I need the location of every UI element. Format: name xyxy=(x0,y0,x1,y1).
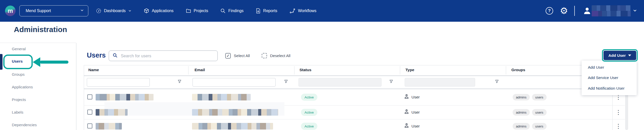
email-filter-input[interactable] xyxy=(193,78,276,87)
magnifier-icon xyxy=(220,8,226,14)
sidebar-item-applications[interactable]: Applications xyxy=(12,85,33,89)
nav-label: Reports xyxy=(263,9,277,13)
column-header-status[interactable]: Status xyxy=(299,68,311,72)
sidebar-item-projects[interactable]: Projects xyxy=(12,97,26,102)
email-redacted xyxy=(192,94,251,100)
table-header-row: Name Email Status Type Groups xyxy=(84,65,625,75)
caret-down-icon xyxy=(628,55,631,56)
column-separator xyxy=(188,66,188,74)
name-redacted xyxy=(96,109,128,116)
cube-icon xyxy=(144,8,149,14)
user-avatar-icon[interactable] xyxy=(583,7,591,16)
name-redacted xyxy=(96,94,154,100)
row-checkbox[interactable] xyxy=(87,123,92,128)
nav-label: Findings xyxy=(228,9,243,13)
nav-item-applications[interactable]: Applications xyxy=(144,8,173,14)
mend-logo[interactable]: m xyxy=(5,6,16,16)
gear-icon[interactable] xyxy=(559,6,569,16)
group-chip: admins xyxy=(513,109,530,116)
chevron-down-icon[interactable] xyxy=(633,8,637,14)
report-document-icon xyxy=(256,8,261,14)
nav-item-projects[interactable]: Projects xyxy=(186,8,208,14)
navbar-divider xyxy=(574,6,575,16)
group-chip: users xyxy=(532,94,547,100)
row-divider xyxy=(84,119,625,119)
sidebar-item-groups[interactable]: Groups xyxy=(12,72,25,77)
funnel-filter-icon[interactable] xyxy=(495,79,499,85)
kebab-menu-icon[interactable] xyxy=(615,123,620,129)
org-selector-value: Mend Support xyxy=(26,9,80,13)
add-user-menu: Add User Add Service User Add Notificati… xyxy=(582,61,637,95)
active-item-indicator xyxy=(0,54,3,70)
type-label: User xyxy=(411,110,420,115)
select-all-button[interactable]: Select All xyxy=(225,53,250,59)
column-header-type[interactable]: Type xyxy=(405,68,414,72)
nav-item-reports[interactable]: Reports xyxy=(256,8,277,14)
column-separator xyxy=(506,66,506,74)
name-filter-input[interactable] xyxy=(87,78,150,87)
select-all-label: Select All xyxy=(234,54,250,58)
sidebar-item-labels[interactable]: Labels xyxy=(12,110,23,115)
workflow-icon xyxy=(289,8,295,14)
column-separator xyxy=(294,66,294,74)
sidebar-item-general[interactable]: General xyxy=(12,47,26,51)
nav-label: Applications xyxy=(152,9,173,13)
group-chip: admins xyxy=(513,94,530,100)
column-header-email[interactable]: Email xyxy=(195,68,205,72)
type-cell: User xyxy=(404,94,420,100)
group-chip: admins xyxy=(513,123,530,129)
type-label: User xyxy=(411,95,420,99)
menu-item-add-user[interactable]: Add User xyxy=(582,62,637,72)
deselect-all-button[interactable]: Deselect All xyxy=(262,53,290,58)
sidebar-item-dependencies[interactable]: Dependencies xyxy=(12,123,37,127)
nav-label: Projects xyxy=(194,9,208,13)
column-header-groups[interactable]: Groups xyxy=(511,68,525,72)
column-separator xyxy=(400,66,400,74)
main-nav: Dashboards Applications Projects xyxy=(96,0,316,22)
mend-admin-page: m Mend Support Dashboards Appl xyxy=(0,0,644,130)
column-header-name[interactable]: Name xyxy=(88,68,99,72)
status-badge: Active xyxy=(301,94,317,101)
group-chip: users xyxy=(532,123,547,129)
table-filter-row xyxy=(84,76,625,89)
username-redacted xyxy=(592,5,632,16)
folder-icon xyxy=(186,8,191,14)
type-label: User xyxy=(411,124,420,128)
person-icon xyxy=(404,94,409,100)
funnel-filter-icon[interactable] xyxy=(284,79,288,85)
org-selector-dropdown[interactable]: Mend Support xyxy=(19,5,88,16)
nav-item-dashboards[interactable]: Dashboards xyxy=(96,8,132,14)
annotation-arrow-shaft xyxy=(40,61,68,64)
type-cell: User xyxy=(404,109,420,115)
menu-item-add-notification-user[interactable]: Add Notification User xyxy=(582,83,637,93)
nav-label: Workflows xyxy=(298,9,317,13)
checked-checkbox-icon xyxy=(225,53,231,59)
email-redacted xyxy=(192,109,278,116)
search-users-box xyxy=(109,50,218,61)
top-navbar: m Mend Support Dashboards Appl xyxy=(0,0,644,22)
search-icon xyxy=(112,53,118,59)
menu-item-add-service-user[interactable]: Add Service User xyxy=(582,73,637,83)
status-badge: Active xyxy=(301,123,317,130)
help-icon[interactable] xyxy=(546,7,553,15)
chevron-down-icon xyxy=(128,9,132,13)
group-chip: users xyxy=(532,109,547,116)
divider xyxy=(0,43,76,43)
status-filter-input xyxy=(298,78,382,87)
row-checkbox[interactable] xyxy=(87,94,92,99)
funnel-filter-icon[interactable] xyxy=(177,79,182,85)
kebab-menu-icon[interactable] xyxy=(615,109,620,115)
funnel-filter-icon[interactable] xyxy=(389,79,393,85)
add-user-button[interactable]: Add User xyxy=(603,51,636,60)
row-checkbox[interactable] xyxy=(87,110,92,115)
email-redacted xyxy=(192,123,273,129)
table-row: Active User admins users xyxy=(84,119,625,130)
deselect-all-label: Deselect All xyxy=(270,54,290,58)
name-redacted xyxy=(96,123,122,129)
status-badge: Active xyxy=(301,109,317,116)
nav-item-findings[interactable]: Findings xyxy=(220,8,243,14)
type-cell: User xyxy=(404,123,420,129)
search-users-input[interactable] xyxy=(121,54,214,58)
annotation-arrow-icon xyxy=(33,57,40,67)
nav-item-workflows[interactable]: Workflows xyxy=(289,8,317,14)
